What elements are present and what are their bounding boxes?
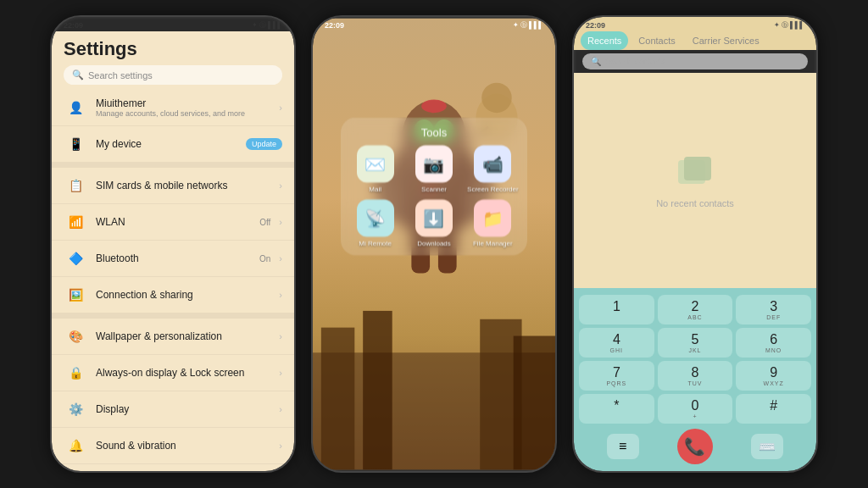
key-star[interactable]: * bbox=[579, 394, 654, 424]
key-4-main: 4 bbox=[613, 332, 620, 347]
sim-label: SIM cards & mobile networks bbox=[96, 180, 270, 191]
key-0-sub: + bbox=[693, 413, 697, 419]
call-button[interactable]: 📞 bbox=[677, 429, 713, 464]
search-placeholder: Search settings bbox=[88, 70, 153, 80]
keypad: 1 2 ABC 3 DEF 4 GHI 5 JKL bbox=[574, 288, 816, 471]
update-badge[interactable]: Update bbox=[246, 138, 282, 150]
svg-rect-2 bbox=[321, 328, 354, 470]
settings-item-mydevice[interactable]: 📱 My device Update bbox=[52, 126, 294, 163]
settings-search[interactable]: 🔍 Search settings bbox=[64, 65, 282, 85]
always-on-label: Always-on display & Lock screen bbox=[96, 367, 270, 379]
settings-item-sim[interactable]: 📋 SIM cards & mobile networks › bbox=[52, 168, 294, 204]
app-mail[interactable]: ✉️ Mail bbox=[349, 146, 401, 193]
key-hash-main: # bbox=[770, 398, 777, 413]
settings-item-always-on[interactable]: 🔒 Always-on display & Lock screen › bbox=[52, 355, 294, 391]
downloads-label: Downloads bbox=[417, 240, 451, 247]
connection-icon: 🖼️ bbox=[64, 283, 87, 307]
app-downloads[interactable]: ⬇️ Downloads bbox=[408, 200, 459, 247]
contact-search[interactable]: 🔍 Search contacts bbox=[582, 53, 808, 69]
arrow-icon: › bbox=[279, 331, 282, 341]
key-hash[interactable]: # bbox=[736, 394, 811, 424]
app-screen-recorder[interactable]: 📹 Screen Recorder bbox=[467, 146, 519, 193]
key-9-sub: WXYZ bbox=[764, 380, 784, 386]
arrow-icon: › bbox=[279, 217, 282, 227]
tab-recents[interactable]: Recents bbox=[581, 31, 628, 50]
tab-contacts[interactable]: Contacts bbox=[632, 31, 682, 50]
display-label: Display bbox=[96, 403, 270, 415]
display-icon: ⚙️ bbox=[64, 397, 87, 421]
settings-item-miuithemer[interactable]: 👤 Miuithemer Manage accounts, cloud serv… bbox=[52, 90, 294, 126]
connection-label: Connection & sharing bbox=[96, 289, 270, 301]
key-5-main: 5 bbox=[692, 332, 699, 347]
sound-icon: 🔔 bbox=[64, 434, 87, 458]
miuithemer-label: Miuithemer bbox=[96, 97, 270, 109]
screen-recorder-icon: 📹 bbox=[474, 146, 511, 183]
key-3-sub: DEF bbox=[766, 314, 781, 320]
key-6[interactable]: 6 MNO bbox=[736, 328, 811, 358]
key-1[interactable]: 1 bbox=[579, 295, 654, 324]
arrow-icon: › bbox=[279, 180, 282, 191]
contact-cards-icon bbox=[674, 153, 716, 193]
search-placeholder: Search contacts bbox=[605, 57, 666, 66]
settings-item-wlan[interactable]: 📶 WLAN Off › bbox=[52, 204, 294, 241]
dialpad-icon[interactable]: ⌨️ bbox=[751, 434, 783, 459]
status-bar-3: 22:09 ✦ ⓑ ▌▌▌ bbox=[574, 17, 816, 31]
miuithemer-icon: 👤 bbox=[64, 96, 87, 119]
wallpaper-icon: 🎨 bbox=[64, 324, 87, 348]
key-9[interactable]: 9 WXYZ bbox=[736, 361, 811, 391]
folder-label: Tools bbox=[349, 126, 519, 139]
svg-point-10 bbox=[421, 99, 447, 113]
key-5[interactable]: 5 JKL bbox=[658, 328, 733, 358]
scanner-label: Scanner bbox=[421, 186, 447, 193]
tab-carrier-services[interactable]: Carrier Services bbox=[686, 31, 766, 50]
mydevice-icon: 📱 bbox=[64, 132, 87, 156]
arrow-icon: › bbox=[279, 368, 282, 378]
key-7[interactable]: 7 PQRS bbox=[579, 361, 654, 391]
key-4-sub: GHI bbox=[610, 347, 623, 353]
keypad-grid: 1 2 ABC 3 DEF 4 GHI 5 JKL bbox=[579, 295, 811, 424]
file-manager-label: File Manager bbox=[473, 240, 513, 247]
status-bar-2: 22:09 ✦ ⓑ ▌▌▌ bbox=[313, 17, 555, 31]
status-icons-3: ✦ ⓑ ▌▌▌ bbox=[774, 20, 804, 30]
app-scanner[interactable]: 📷 Scanner bbox=[408, 146, 459, 193]
settings-item-sound[interactable]: 🔔 Sound & vibration › bbox=[52, 428, 294, 464]
phone-settings: 22:09 ✦ ⓑ ▌▌▌ Settings 🔍 Search settings… bbox=[50, 15, 296, 473]
key-4[interactable]: 4 GHI bbox=[579, 328, 654, 358]
svg-rect-19 bbox=[684, 157, 711, 180]
settings-item-display[interactable]: ⚙️ Display › bbox=[52, 391, 294, 428]
key-3[interactable]: 3 DEF bbox=[736, 295, 811, 324]
key-0[interactable]: 0 + bbox=[658, 394, 733, 424]
search-icon: 🔍 bbox=[591, 57, 601, 66]
settings-title: Settings bbox=[64, 38, 282, 60]
app-file-manager[interactable]: 📁 File Manager bbox=[467, 200, 519, 247]
key-9-main: 9 bbox=[770, 365, 777, 380]
settings-list: 👤 Miuithemer Manage accounts, cloud serv… bbox=[52, 90, 294, 471]
dialer-tabs: Recents Contacts Carrier Services bbox=[574, 31, 816, 50]
miuithemer-sub: Manage accounts, cloud services, and mor… bbox=[96, 109, 270, 118]
app-grid: ✉️ Mail 📷 Scanner 📹 Screen Recorder 📡 bbox=[349, 146, 519, 247]
search-icon: 🔍 bbox=[72, 69, 84, 80]
settings-item-bluetooth[interactable]: 🔷 Bluetooth On › bbox=[52, 241, 294, 277]
bluetooth-icon: 🔷 bbox=[64, 247, 87, 270]
key-8[interactable]: 8 TUV bbox=[658, 361, 733, 391]
mail-label: Mail bbox=[369, 186, 381, 193]
key-3-main: 3 bbox=[770, 299, 777, 314]
key-8-sub: TUV bbox=[687, 380, 702, 386]
mi-remote-icon: 📡 bbox=[357, 200, 394, 237]
mail-icon: ✉️ bbox=[357, 146, 394, 183]
key-7-sub: PQRS bbox=[606, 380, 626, 386]
voicemail-icon[interactable]: ≡ bbox=[607, 434, 639, 459]
svg-rect-5 bbox=[514, 336, 555, 469]
arrow-icon: › bbox=[279, 404, 282, 414]
mydevice-label: My device bbox=[96, 138, 237, 150]
key-1-main: 1 bbox=[613, 299, 620, 314]
always-on-icon: 🔒 bbox=[64, 361, 87, 385]
settings-item-wallpaper[interactable]: 🎨 Wallpaper & personalization › bbox=[52, 319, 294, 355]
key-7-main: 7 bbox=[613, 365, 620, 380]
keypad-bottom: ≡ 📞 ⌨️ bbox=[579, 429, 811, 464]
arrow-icon: › bbox=[279, 253, 282, 263]
settings-item-connection[interactable]: 🖼️ Connection & sharing › bbox=[52, 277, 294, 313]
app-mi-remote[interactable]: 📡 Mi Remote bbox=[349, 200, 401, 247]
key-2[interactable]: 2 ABC bbox=[658, 295, 733, 324]
arrow-icon: › bbox=[279, 441, 282, 451]
